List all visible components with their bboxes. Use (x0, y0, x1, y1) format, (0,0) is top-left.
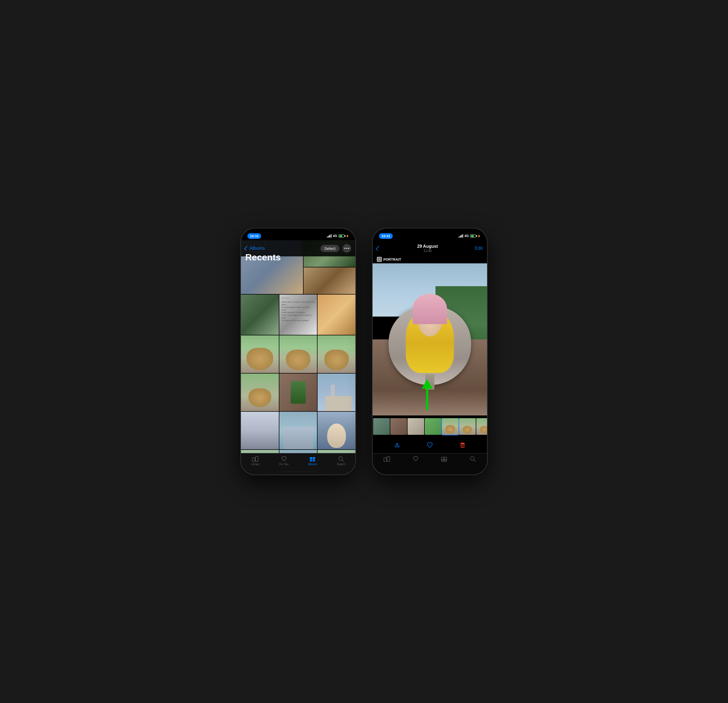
share-button[interactable] (391, 440, 402, 450)
grid-cell-18[interactable] (318, 450, 355, 453)
charging-icon-1: ⚡ (346, 234, 349, 237)
tab-search-label: Search (337, 463, 345, 466)
time-badge-1: 10:31 (247, 233, 261, 239)
phone-2: 10:31 4G ⚡ (372, 228, 488, 475)
signal-icon-2 (459, 234, 463, 237)
svg-rect-9 (380, 258, 381, 259)
search-icon-2 (469, 456, 476, 462)
tab-albums-label: Albums (308, 463, 317, 466)
charging-icon-2: ⚡ (477, 234, 481, 237)
thumbnail-3[interactable] (407, 418, 424, 435)
detail-header: 29 August 11:30 Edit (373, 240, 487, 256)
grid-cell-5[interactable]: Its Face Space ails us moderns: we are s… (279, 295, 317, 335)
tab-albums-2[interactable] (430, 456, 459, 462)
grid-cell-selected[interactable] (241, 336, 279, 373)
thumbnail-5-active[interactable] (442, 418, 459, 435)
svg-rect-21 (444, 460, 447, 461)
photo-grid[interactable]: Its Face Space ails us moderns: we are s… (241, 240, 355, 453)
svg-rect-16 (384, 458, 387, 461)
svg-line-7 (342, 460, 344, 462)
albums-icon (309, 456, 316, 462)
thumbnail-7[interactable] (476, 418, 487, 435)
notch-2 (410, 229, 450, 236)
search-icon (338, 456, 344, 462)
heart-icon-2 (412, 456, 419, 462)
chevron-left-icon (244, 246, 249, 251)
dot-1 (344, 248, 345, 249)
thumbnail-strip[interactable] (373, 418, 487, 437)
grid-cell-16[interactable] (241, 450, 279, 453)
heart-icon (281, 456, 287, 462)
arrow-shaft (426, 389, 428, 410)
detail-time: 11:30 (417, 249, 438, 253)
grid-cell-6[interactable] (318, 295, 355, 335)
network-label-2: 4G (464, 234, 469, 238)
favorite-button[interactable] (425, 440, 435, 450)
svg-rect-3 (313, 457, 315, 460)
tab-library[interactable]: Library (241, 456, 270, 466)
recents-title: Recents (245, 252, 281, 263)
grid-cell-9[interactable] (318, 336, 355, 373)
phones-container: 10:31 4G ⚡ (240, 228, 488, 475)
status-right-2: 4G ⚡ (459, 234, 481, 238)
detail-date: 29 August (417, 244, 438, 249)
svg-rect-1 (256, 457, 258, 461)
tab-search-2[interactable] (459, 456, 487, 462)
grid-cell-14[interactable] (279, 412, 317, 449)
thumbnail-4[interactable] (425, 418, 441, 435)
grid-cell-3[interactable] (303, 268, 355, 294)
thumbnail-2[interactable] (390, 418, 407, 435)
svg-rect-2 (310, 457, 312, 460)
tab-albums[interactable]: Albums (298, 456, 327, 466)
back-button-detail[interactable] (377, 246, 380, 250)
grid-cell-13[interactable] (241, 412, 279, 449)
portrait-badge[interactable]: PORTRAIT (377, 257, 401, 262)
library-icon-2 (384, 456, 390, 462)
library-icon (252, 456, 259, 462)
chevron-left-icon-2 (376, 246, 381, 251)
network-label-1: 4G (333, 234, 337, 238)
tab-library-2[interactable] (373, 456, 402, 462)
select-button[interactable]: Select (321, 245, 339, 252)
edit-button[interactable]: Edit (475, 246, 483, 251)
grid-cell-11[interactable] (279, 373, 317, 411)
back-albums-button[interactable]: Albums (245, 246, 265, 251)
tab-for-you-label: For You (279, 463, 289, 466)
svg-rect-10 (378, 260, 379, 261)
signal-icon-1 (327, 234, 331, 237)
portrait-label: PORTRAIT (383, 257, 401, 262)
battery-icon-2 (470, 234, 476, 237)
svg-rect-8 (378, 258, 379, 259)
svg-line-23 (474, 460, 475, 462)
svg-rect-4 (310, 460, 312, 461)
thumbnail-6[interactable] (459, 418, 476, 435)
delete-button[interactable] (457, 440, 468, 450)
header-right-buttons: Select (321, 244, 351, 253)
tab-for-you-2[interactable] (402, 456, 430, 462)
phone-1: 10:31 4G ⚡ (240, 228, 356, 475)
grid-cell-4[interactable] (241, 295, 279, 335)
status-right-1: 4G ⚡ (327, 234, 349, 238)
grid-cell-8[interactable] (279, 336, 317, 373)
svg-rect-20 (441, 460, 444, 461)
battery-icon-1 (338, 234, 344, 237)
more-button[interactable] (342, 244, 351, 253)
portrait-mode-icon (377, 257, 382, 262)
thumbnail-1[interactable] (373, 418, 390, 435)
tab-search[interactable]: Search (327, 456, 356, 466)
tab-bar-1: Library For You (241, 453, 355, 474)
svg-rect-5 (313, 460, 315, 461)
grid-cell-17[interactable] (279, 450, 317, 453)
svg-rect-17 (387, 457, 390, 461)
svg-rect-13 (461, 444, 464, 447)
grid-cell-10[interactable] (241, 373, 279, 411)
svg-rect-19 (444, 457, 447, 460)
grid-cell-12[interactable] (318, 373, 355, 411)
tab-for-you[interactable]: For You (270, 456, 299, 466)
svg-point-6 (339, 457, 342, 460)
svg-rect-11 (380, 260, 381, 261)
dot-2 (346, 248, 347, 249)
back-label: Albums (250, 246, 265, 251)
grid-cell-15[interactable] (318, 412, 355, 449)
tab-library-label: Library (251, 463, 260, 466)
